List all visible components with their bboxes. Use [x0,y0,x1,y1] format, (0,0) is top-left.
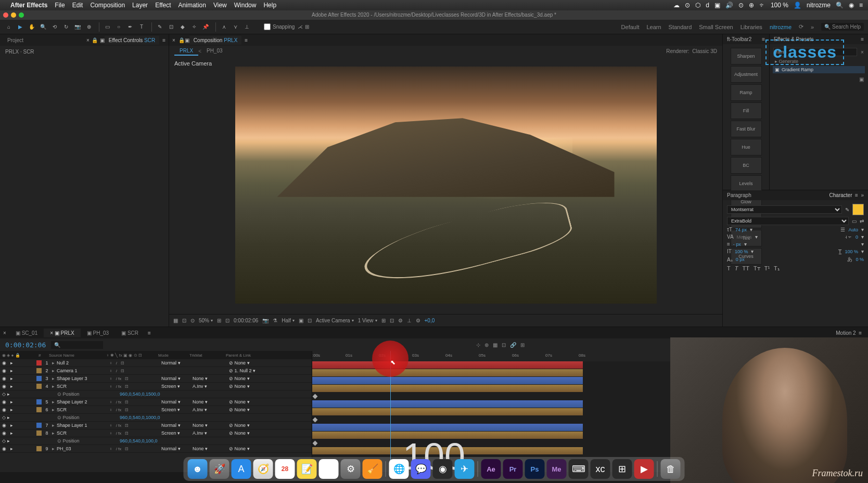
col-parent[interactable]: Parent & Link [224,353,276,358]
viewer-icon[interactable]: ▦ [173,318,178,323]
menubar-icon[interactable]: ⊕ [749,2,754,9]
swap-icon[interactable]: ⇄ [860,218,864,224]
menubar-icon[interactable]: ▣ [714,2,720,9]
layer-property[interactable]: ◇ ▸⊙ Position960,0,540,0,1500,0 [0,390,312,398]
menu-window[interactable]: Window [234,2,257,9]
viewer-icon[interactable]: ⊞ [217,318,221,323]
tl-icon[interactable]: ⊡ [502,342,506,348]
timeline-layer[interactable]: ◉ ▸ 6 ▸ SCR ♀ / fx ⊡ Screen ▾ A.Inv ▾ ⊘ … [0,406,312,414]
timeline-layer[interactable]: ◉ ▸ 2 ▸ Camera 1 ♀ / ⊡ ⊘ 1. Null 2 ▾ [0,367,312,375]
align-tool-icon[interactable]: ⋏ [219,22,228,32]
superscript-icon[interactable]: T¹ [764,265,770,272]
subscript-icon[interactable]: T₁ [774,265,780,272]
viewer-icon[interactable]: ⚙ [416,318,420,323]
viewer-icon[interactable]: ⊡ [225,318,229,323]
timeline-tab-ph03[interactable]: ▣ PH_03 [81,329,115,337]
tl-icon[interactable]: ▦ [493,342,497,348]
timeline-layer[interactable]: ◉ ▸ 8 ▸ SCR ♀ / fx ⊡ Screen ▾ A.Inv ▾ ⊘ … [0,429,312,437]
resolution-dropdown[interactable]: Half [282,318,295,323]
toolbar2-btn-bc[interactable]: BC [731,157,762,174]
stroke-icon[interactable]: ▭ [852,218,857,224]
viewer-icon[interactable]: ⊡ [390,318,394,323]
timeline-layer[interactable]: ◉ ▸ 5 ▸ Shape Layer 2 ♀ / fx ⊡ Normal ▾ … [0,398,312,406]
font-family-dropdown[interactable]: Montserrat [727,205,842,214]
panel-icon[interactable]: ▣ [100,37,105,43]
dock-preferences[interactable]: ⚙ [341,459,361,479]
leading-value[interactable]: Auto [848,227,858,232]
snapshot-icon[interactable]: 📷 [262,318,269,323]
brush-tool-icon[interactable]: ✎ [155,22,164,32]
toolbar2-btn-sharpen[interactable]: Sharpen [731,48,762,64]
timeline-layer[interactable]: ◉ ▸ 7 ▸ Shape Layer 1 ♀ / fx ⊡ Normal ▾ … [0,422,312,429]
dock-telegram[interactable]: ✈ [455,459,475,479]
dock-live[interactable]: ▶ [634,459,654,479]
dock-appstore[interactable]: A [232,459,251,479]
eyedropper-icon[interactable]: ✎ [845,207,849,213]
siri-icon[interactable]: ◉ [849,2,854,9]
dock-discord[interactable]: 💬 [411,459,431,479]
align-tool-icon[interactable]: ⊥ [242,22,251,32]
effects-search-input[interactable] [773,48,857,56]
home-icon[interactable]: ⌂ [4,22,14,32]
timeline-tab-sc01[interactable]: ▣ SC_01 [9,329,44,337]
dock-premiere[interactable]: Pr [503,459,523,479]
text-tool-icon[interactable]: T [137,22,146,32]
exposure-value[interactable]: +0,0 [425,318,435,323]
fill-color-swatch[interactable] [852,204,864,215]
menubar-icon[interactable]: ⬡ [695,2,700,9]
menubar-icon[interactable]: ☁ [673,2,680,9]
pen-tool-icon[interactable]: ✒ [125,22,135,32]
viewer-icon[interactable]: ⚗ [273,318,277,323]
menubar-icon[interactable]: ⊙ [738,2,744,9]
layer-bar[interactable] [312,361,583,369]
comp-subtab-ph03[interactable]: PH_03 [201,47,228,56]
search-help-input[interactable]: 🔍 Search Help [821,23,864,31]
dock-safari[interactable]: 🧭 [253,459,273,479]
orbit-tool-icon[interactable]: ⟲ [50,22,59,32]
folder-icon[interactable]: ▣ [859,76,864,82]
timeline-layer[interactable]: ◉ ▸ 3 ▸ Shape Layer 3 ♀ / fx ⊡ Normal ▾ … [0,375,312,383]
ellipse-tool-icon[interactable]: ○ [114,22,123,32]
timeline-tab-scr[interactable]: ▣ SCR [115,329,145,337]
toolbar2-title[interactable]: ft-Toolbar2 [727,36,751,42]
clear-icon[interactable]: × [861,49,864,55]
timeline-timecode[interactable]: 0:00:02:06 [0,341,51,349]
rotate-tool-icon[interactable]: ↻ [61,22,71,32]
effects-item-gradient-ramp[interactable]: ▣Gradient Ramp [773,66,865,73]
menu-composition[interactable]: Composition [90,2,125,9]
dock-calendar[interactable]: 28 [275,459,295,479]
user-icon[interactable]: 👤 [794,2,801,9]
bold-icon[interactable]: T [727,265,731,272]
kerning-value[interactable]: Metrics [737,234,752,240]
timeline-tab-prlx[interactable]: × ▣ PRLX [44,329,81,337]
timeline-search[interactable] [51,341,103,349]
italic-icon[interactable]: T [735,265,738,272]
layer-bar[interactable] [312,385,583,392]
selection-tool-icon[interactable]: ▶ [16,22,25,32]
wifi-icon[interactable]: ᯤ [759,2,765,9]
viewer-icon[interactable]: ⊙ [190,318,195,323]
spotlight-icon[interactable]: 🔍 [836,2,844,9]
workspace-default[interactable]: Default [621,24,640,30]
comp-subtab-prlx[interactable]: PRLX [174,47,198,56]
dock-trash[interactable]: 🗑 [661,459,681,479]
dock-media-encoder[interactable]: Me [547,459,567,479]
anchor-tool-icon[interactable]: ⊕ [84,22,94,32]
tsume-value[interactable]: 0 % [856,257,864,262]
layer-bar[interactable] [312,377,583,384]
dock-chrome[interactable]: 🌐 [389,459,409,479]
menu-view[interactable]: View [213,2,227,9]
close-button[interactable] [3,12,8,18]
motion-panel-tab[interactable]: Motion 2 ≡ [829,329,868,337]
mac-app-name[interactable]: After Effects [10,2,47,9]
hand-tool-icon[interactable]: ✋ [27,22,36,32]
tl-icon[interactable]: ⊞ [520,342,525,348]
dock-terminal[interactable]: ⌨ [569,459,589,479]
viewer-icon[interactable]: ⊡ [182,318,186,323]
dock-obs[interactable]: ◉ [433,459,453,479]
dock-reminders[interactable]: ☰ [319,459,339,479]
zoom-tool-icon[interactable]: 🔍 [39,22,48,32]
menu-edit[interactable]: Edit [72,2,83,9]
workspace-standard[interactable]: Standard [669,24,692,30]
viewer-icon[interactable]: ⊞ [381,318,386,323]
